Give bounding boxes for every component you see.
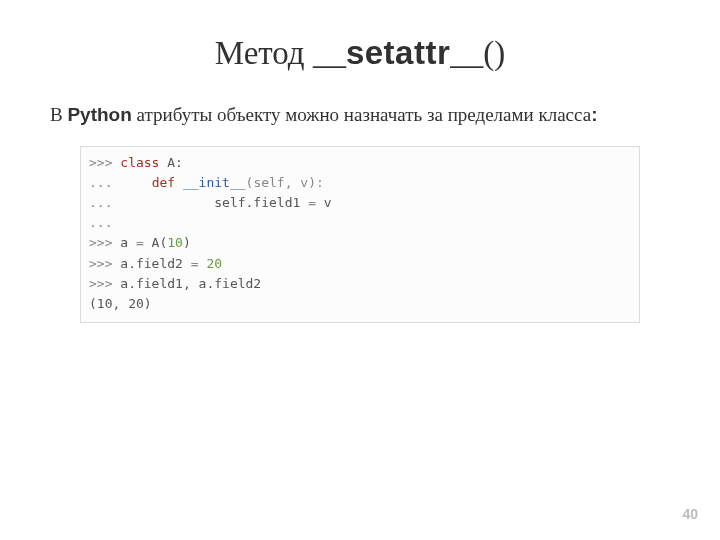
slide: Метод __setattr__() В Python атрибуты об… — [0, 0, 720, 540]
code-prompt: ... — [89, 195, 214, 210]
code-prompt: ... — [89, 175, 152, 190]
code-prompt: >>> — [89, 256, 120, 271]
code-block: >>> class A: ... def __init__(self, v): … — [80, 146, 640, 323]
code-kw-def: def — [152, 175, 175, 190]
code-line-2: ... def __init__(self, v): — [89, 173, 631, 193]
title-post: __() — [450, 35, 505, 71]
code-stmt: v — [316, 195, 332, 210]
code-fn-name: __init__ — [183, 175, 246, 190]
code-eq: = — [191, 256, 199, 271]
title-mid: setattr — [346, 34, 450, 71]
slide-title: Метод __setattr__() — [50, 32, 670, 74]
code-prompt: >>> — [89, 235, 120, 250]
title-pre: Метод __ — [215, 35, 346, 71]
code-stmt: a.field1, a.field2 — [120, 276, 261, 291]
body-p1: В — [50, 104, 67, 125]
code-prompt: >>> — [89, 276, 120, 291]
code-stmt: a.field2 — [120, 256, 190, 271]
code-stmt: A( — [144, 235, 167, 250]
code-line-3: ... self.field1 = v — [89, 193, 631, 213]
code-line-4: ... — [89, 213, 631, 233]
code-prompt: ... — [89, 215, 112, 230]
code-line-5: >>> a = A(10) — [89, 233, 631, 253]
code-args: (self, v): — [246, 175, 324, 190]
code-prompt: >>> — [89, 155, 120, 170]
code-sp — [175, 175, 183, 190]
body-p2: атрибуты объекту можно назначать за пред… — [132, 104, 591, 125]
code-kw-class: class — [120, 155, 159, 170]
code-num: 20 — [206, 256, 222, 271]
code-class-name: A: — [167, 155, 183, 170]
code-eq: = — [308, 195, 316, 210]
code-line-6: >>> a.field2 = 20 — [89, 254, 631, 274]
page-number: 40 — [682, 506, 698, 522]
code-result: (10, 20) — [89, 296, 152, 311]
body-python: Python — [67, 104, 131, 125]
code-line-1: >>> class A: — [89, 153, 631, 173]
code-line-7: >>> a.field1, a.field2 — [89, 274, 631, 294]
code-stmt: ) — [183, 235, 191, 250]
body-colon: : — [591, 104, 597, 125]
code-num: 10 — [167, 235, 183, 250]
body-paragraph: В Python атрибуты объекту можно назначат… — [50, 102, 650, 128]
code-stmt: self.field1 — [214, 195, 308, 210]
code-line-8: (10, 20) — [89, 294, 631, 314]
code-stmt: a — [120, 235, 136, 250]
code-eq: = — [136, 235, 144, 250]
